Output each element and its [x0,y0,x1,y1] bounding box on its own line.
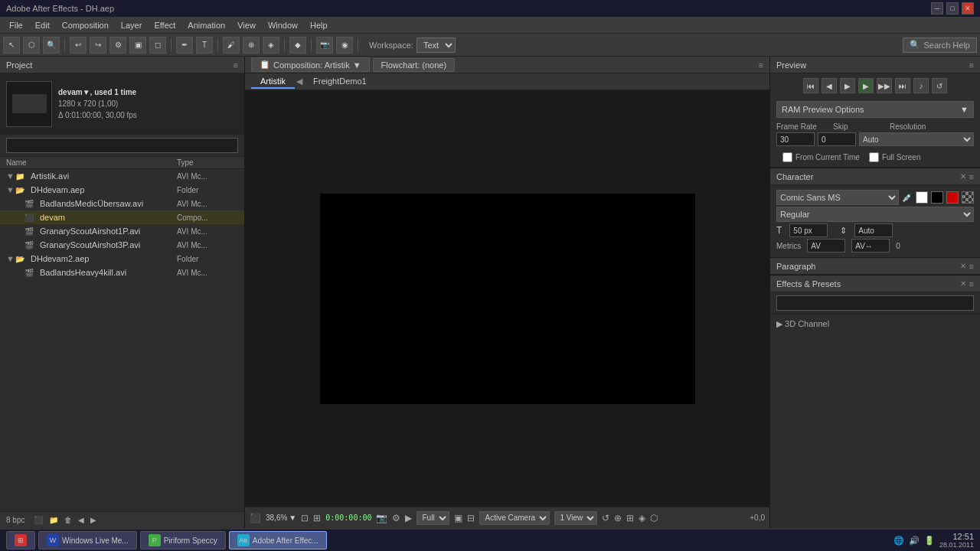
list-item[interactable]: ▼ 📂 DHdevam2.aep Folder [0,252,244,266]
maximize-button[interactable]: □ [946,2,959,15]
resolution-select[interactable]: Auto [859,132,974,146]
font-eyedropper-icon[interactable]: 💉 [902,193,913,203]
skip-input[interactable] [818,132,856,146]
tool-eraser[interactable]: ◈ [263,37,279,54]
snap2-icon[interactable]: ⊕ [614,513,622,523]
tool-clone[interactable]: ⊕ [243,37,260,54]
fit-icon[interactable]: ⊡ [301,513,309,523]
list-item[interactable]: 🎬 GranaryScoutAirshot1P.avi AVI Mc... [0,224,244,238]
list-item[interactable]: 🎬 BadlandsHeavy4kill.avi AVI Mc... [0,266,244,279]
tool-paint[interactable]: 🖌 [223,37,240,54]
font-size-input[interactable]: 50 px [789,223,828,237]
tool-mask[interactable]: ◻ [149,37,166,54]
list-item[interactable]: ⬛ devam Compo... [0,210,244,224]
comp-panel-options[interactable]: ≡ [759,60,763,70]
project-options[interactable]: ≡ [234,60,238,70]
from-current-checkbox[interactable] [782,152,792,162]
menu-edit[interactable]: Edit [29,19,56,31]
preview-icon[interactable]: ▶ [405,513,412,523]
ram-preview-button[interactable]: ▶ [840,78,855,93]
effects-close[interactable]: ✕ [960,279,966,289]
menu-animation[interactable]: Animation [181,19,231,31]
tool-cam[interactable]: 📷 [316,37,333,54]
tool-redo[interactable]: ↪ [90,37,106,54]
list-item[interactable]: 🎬 GranaryScoutAirshot3P.avi AVI Mc... [0,238,244,252]
menu-help[interactable]: Help [304,19,334,31]
tab-artistik[interactable]: Artistik [251,75,295,89]
3d-icon[interactable]: ⬡ [650,513,658,523]
nav-left-icon[interactable]: ◀ [78,516,84,524]
menu-view[interactable]: View [231,19,262,31]
font-style-select[interactable]: Regular [776,207,974,222]
ram-preview-select[interactable]: RAM Preview Options ▼ [776,101,974,118]
effects-search-input[interactable] [776,295,974,311]
tool-undo[interactable]: ↩ [70,37,87,54]
taskbar-windows-live[interactable]: W Windows Live Me... [38,531,137,549]
close-button[interactable]: ✕ [962,2,974,15]
tool-2[interactable]: ⬡ [23,37,40,54]
toggle-icon[interactable]: ⚙ [392,513,400,523]
new-folder-icon[interactable]: 📁 [49,516,58,524]
paragraph-options[interactable]: ≡ [969,262,974,271]
alpha-icon[interactable]: ▣ [454,513,462,523]
zoom-display[interactable]: 38,6% ▼ [266,514,296,522]
skip-back-button[interactable]: ⏮ [803,78,818,93]
prev-frame-button[interactable]: ◀ [822,78,837,93]
list-item[interactable]: ▼ 📁 Artistik.avi AVI Mc... [0,169,244,183]
full-screen-checkbox[interactable] [869,152,879,162]
kerning-input[interactable]: AV↔ [851,239,890,253]
roi-icon[interactable]: ◈ [639,513,645,523]
tool-render[interactable]: ⚙ [109,37,126,54]
auto-leading-input[interactable]: Auto [854,223,893,237]
search-help-box[interactable]: 🔍 Search Help [903,37,977,53]
workspace-select[interactable]: Text [416,37,456,53]
paragraph-close[interactable]: ✕ [960,262,966,271]
reset-icon[interactable]: ↺ [602,513,609,523]
play-button[interactable]: ▶ [858,78,874,93]
tracking-input[interactable]: AV [807,239,845,253]
tool-select[interactable]: ↖ [3,37,20,54]
camera-icon[interactable]: 📷 [376,513,387,523]
delete-icon[interactable]: 🗑 [64,516,72,524]
list-item[interactable]: ▼ 📂 DHdevam.aep Folder [0,183,244,197]
flowchart-selector[interactable]: Flowchart: (none) [373,58,456,72]
nav-right-icon[interactable]: ▶ [90,516,96,524]
camera-select[interactable]: Active Camera [479,511,550,525]
tool-zoom[interactable]: 🔍 [43,37,60,54]
stroke-color-swatch[interactable] [931,191,943,204]
character-close[interactable]: ✕ [960,172,966,181]
menu-effect[interactable]: Effect [148,19,181,31]
tool-pin[interactable]: ◆ [289,37,306,54]
menu-composition[interactable]: Composition [56,19,115,31]
comp-selector[interactable]: 📋 Composition: Artistik ▼ [251,57,370,72]
minimize-button[interactable]: ─ [931,2,943,15]
list-item[interactable]: 🎬 BadlandsMedicÜbersaw.avi AVI Mc... [0,197,244,210]
transparent-swatch[interactable] [962,191,974,204]
tool-pen[interactable]: ✒ [176,37,193,54]
quality-select[interactable]: Full [416,511,449,525]
font-family-select[interactable]: Comic Sans MS [776,190,899,205]
menu-layer[interactable]: Layer [115,19,149,31]
grid-icon[interactable]: ⊞ [313,513,321,523]
character-options[interactable]: ≡ [969,172,974,181]
menu-window[interactable]: Window [262,19,304,31]
frame-rate-input[interactable] [776,132,815,146]
taskbar-piriform[interactable]: P Piriform Speccy [140,531,226,549]
effects-options[interactable]: ≡ [969,279,974,289]
tool-snap[interactable]: ▣ [129,37,146,54]
fill-color-swatch[interactable] [916,191,928,204]
grid2-icon[interactable]: ⊟ [467,513,475,523]
highlight-color-swatch[interactable] [946,191,959,204]
category-3d-channel[interactable]: ▶ 3D Channel [776,318,974,331]
project-search-input[interactable] [6,138,238,153]
taskbar-ae[interactable]: Ae Adobe After Effec... [229,531,327,549]
new-comp-icon[interactable]: ⬛ [34,516,43,524]
view-select[interactable]: 1 View [554,511,597,525]
tab-freightdemo[interactable]: FreightDemo1 [304,75,376,89]
time-display[interactable]: 0:00:00:00 [325,514,371,522]
guides-icon[interactable]: ⊞ [626,513,634,523]
next-frame-button[interactable]: ▶▶ [877,78,892,93]
skip-fwd-button[interactable]: ⏭ [895,78,910,93]
snap-icon[interactable]: ⬛ [250,513,261,523]
menu-file[interactable]: File [3,19,29,31]
